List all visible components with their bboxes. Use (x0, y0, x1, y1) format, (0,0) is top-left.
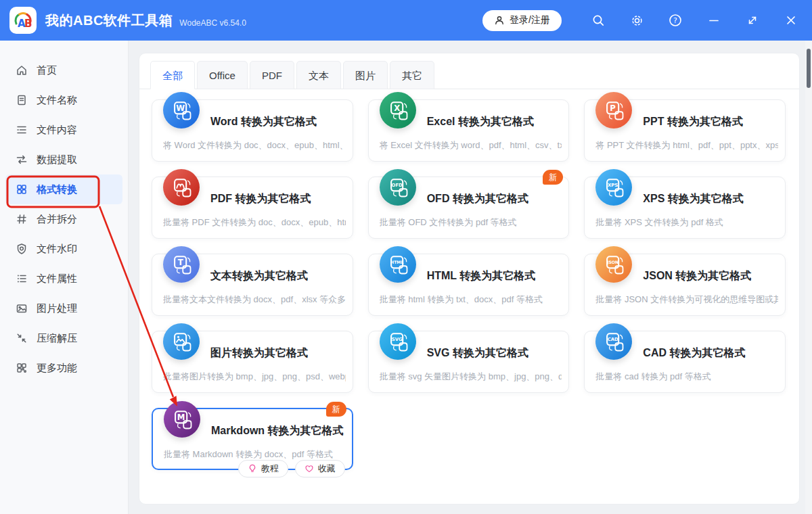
card-title: Markdown 转换为其它格式 (211, 424, 344, 438)
favorite-button[interactable]: 收藏 (295, 460, 345, 477)
svg-text:CAD: CAD (608, 337, 618, 342)
settings-gear-icon[interactable] (629, 13, 644, 28)
category-tabs: 全部OfficePDF文本图片其它 (139, 53, 799, 89)
card-grid: W Word 转换为其它格式 将 Word 文件转换为 doc、docx、epu… (152, 99, 786, 470)
sidebar-item-data-extract[interactable]: 数据提取 (5, 145, 122, 174)
sidebar-item-file-name[interactable]: 文件名称 (5, 85, 122, 115)
card-description: 批量将 svg 矢量图片转换为 bmp、jpg、png、docx 等格式 (380, 371, 562, 383)
sidebar-item-home[interactable]: 首页 (5, 55, 122, 85)
title-bar-actions: 登录/注册 ? (482, 10, 798, 31)
text-convert-card[interactable]: T 文本转换为其它格式 批量将文本文件转换为 docx、pdf、xlsx 等众多… (152, 254, 353, 316)
image-convert-icon (163, 323, 200, 360)
sidebar-item-label: 更多功能 (37, 362, 77, 375)
tab-pdf[interactable]: PDF (250, 61, 294, 89)
pdf-convert-card[interactable]: PDF 转换为其它格式 批量将 PDF 文件转换为 doc、docx、epub、… (152, 177, 353, 239)
compress-icon (16, 332, 28, 344)
sidebar-item-file-props[interactable]: 文件属性 (5, 264, 122, 294)
sidebar-item-image-process[interactable]: 图片处理 (5, 294, 122, 323)
svg-text:?: ? (673, 16, 677, 25)
card-title: Excel 转换为其它格式 (427, 115, 534, 129)
app-logo: A B (9, 7, 37, 34)
help-icon[interactable]: ? (668, 13, 683, 28)
cad-convert-card[interactable]: CAD CAD 转换为其它格式 批量将 cad 转换为 pdf 等格式 (584, 331, 786, 393)
svg-text:M: M (177, 413, 185, 422)
image-convert-card[interactable]: 图片转换为其它格式 批量将图片转换为 bmp、jpg、png、psd、webp … (152, 331, 353, 393)
svg-text:B: B (24, 18, 32, 30)
content-panel: 全部OfficePDF文本图片其它 W Word 转换为其它格式 将 Word … (139, 53, 800, 505)
text-convert-icon: T (163, 246, 200, 283)
card-title: OFD 转换为其它格式 (427, 192, 528, 206)
login-register-button[interactable]: 登录/注册 (482, 10, 562, 31)
card-title: HTML 转换为其它格式 (427, 269, 536, 283)
tab-office[interactable]: Office (197, 61, 248, 89)
tab-text[interactable]: 文本 (296, 61, 341, 89)
ofd-convert-card[interactable]: OFD OFD 转换为其它格式 批量将 OFD 文件转换为 pdf 等格式新 (368, 177, 570, 239)
card-description: 批量将 Markdown 转换为 docx、pdf 等格式 (164, 448, 345, 461)
sidebar-item-merge-split[interactable]: 合并拆分 (5, 204, 122, 234)
card-title: 文本转换为其它格式 (210, 269, 308, 283)
pdf-convert-icon (163, 169, 200, 206)
svg-text:XPS: XPS (608, 183, 618, 188)
svg-text:SVG: SVG (391, 337, 402, 342)
user-icon (494, 15, 505, 26)
card-description: 批量将 OFD 文件转换为 pdf 等格式 (380, 216, 562, 229)
sidebar-nav: 首页 文件名称 文件内容 数据提取 格式转换 合并拆分 文件水印 文件属性 图片… (0, 41, 128, 383)
card-title: XPS 转换为其它格式 (643, 192, 743, 206)
scrollbar-track[interactable] (805, 41, 812, 514)
json-convert-icon: JSON (595, 246, 632, 283)
card-description: 批量将 XPS 文件转换为 pdf 格式 (595, 216, 778, 229)
xps-convert-card[interactable]: XPS XPS 转换为其它格式 批量将 XPS 文件转换为 pdf 格式 (584, 177, 786, 239)
card-title: PPT 转换为其它格式 (643, 115, 743, 129)
svg-text:X: X (394, 103, 400, 113)
scrollbar-thumb[interactable] (807, 49, 811, 88)
data-extract-icon (16, 154, 28, 166)
app-title: 我的ABC软件工具箱 (45, 11, 173, 30)
markdown-convert-icon: M (164, 401, 200, 438)
watermark-icon (16, 243, 28, 255)
tutorial-button[interactable]: 教程 (238, 460, 288, 477)
sidebar-item-label: 文件内容 (37, 124, 77, 137)
sidebar-item-label: 合并拆分 (37, 213, 77, 226)
cad-convert-icon: CAD (595, 323, 632, 360)
svg-convert-card[interactable]: SVG SVG 转换为其它格式 批量将 svg 矢量图片转换为 bmp、jpg、… (368, 331, 570, 393)
tab-image[interactable]: 图片 (343, 61, 388, 89)
sidebar-item-more[interactable]: 更多功能 (5, 353, 122, 383)
card-actions: 教程收藏 (238, 460, 345, 477)
ppt-convert-card[interactable]: P PPT 转换为其它格式 将 PPT 文件转换为 html、pdf、ppt、p… (584, 99, 786, 162)
heart-icon (304, 464, 314, 473)
card-description: 批量将 JSON 文件转换为可视化的思维导图或其它格式 (595, 294, 778, 306)
svg-text:HTML: HTML (390, 260, 403, 264)
sidebar-item-file-content[interactable]: 文件内容 (5, 115, 122, 145)
sidebar-item-format-convert[interactable]: 格式转换 (5, 174, 122, 204)
markdown-convert-card[interactable]: M Markdown 转换为其它格式 批量将 Markdown 转换为 docx… (152, 408, 353, 470)
sidebar-item-watermark[interactable]: 文件水印 (5, 234, 122, 264)
home-icon (16, 64, 28, 76)
ofd-convert-icon: OFD (380, 169, 416, 206)
svg-convert-icon: SVG (380, 323, 416, 360)
merge-split-icon (16, 213, 28, 225)
maximize-icon[interactable] (745, 13, 760, 28)
sidebar-item-compress[interactable]: 压缩解压 (5, 323, 122, 353)
minimize-icon[interactable] (706, 13, 721, 28)
svg-text:JSON: JSON (606, 260, 618, 265)
word-convert-icon: W (163, 92, 200, 128)
card-title: PDF 转换为其它格式 (210, 192, 311, 206)
sidebar-item-label: 数据提取 (37, 154, 77, 166)
excel-convert-card[interactable]: X Excel 转换为其它格式 将 Excel 文件转换为 word、pdf、h… (368, 99, 570, 162)
card-description: 批量将文本文件转换为 docx、pdf、xlsx 等众多格式 (163, 294, 346, 306)
card-description: 将 PPT 文件转换为 html、pdf、ppt、pptx、xps 等格式 (595, 139, 778, 151)
sidebar: 首页 文件名称 文件内容 数据提取 格式转换 合并拆分 文件水印 文件属性 图片… (0, 41, 129, 514)
close-icon[interactable] (784, 13, 798, 28)
card-title: SVG 转换为其它格式 (427, 346, 528, 360)
sidebar-item-label: 压缩解压 (37, 332, 77, 345)
title-bar: A B 我的ABC软件工具箱 WodeABC v6.54.0 登录/注册 (0, 0, 812, 41)
search-icon[interactable] (591, 13, 606, 28)
bulb-icon (248, 464, 257, 473)
sidebar-item-label: 文件水印 (37, 243, 77, 256)
html-convert-icon: HTML (380, 246, 416, 283)
json-convert-card[interactable]: JSON JSON 转换为其它格式 批量将 JSON 文件转换为可视化的思维导图… (584, 254, 786, 316)
word-convert-card[interactable]: W Word 转换为其它格式 将 Word 文件转换为 doc、docx、epu… (152, 99, 353, 162)
tab-all[interactable]: 全部 (150, 61, 195, 89)
html-convert-card[interactable]: HTML HTML 转换为其它格式 批量将 html 转换为 txt、docx、… (368, 254, 570, 316)
tab-other[interactable]: 其它 (390, 61, 434, 89)
